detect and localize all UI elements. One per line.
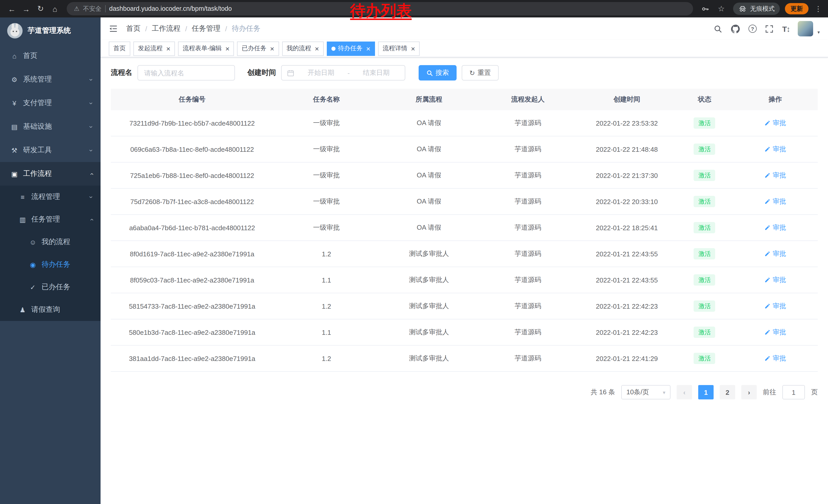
edit-icon: [764, 198, 771, 204]
next-page-button[interactable]: ›: [741, 385, 757, 400]
process-name-input[interactable]: [137, 65, 235, 81]
approve-link[interactable]: 审批: [764, 223, 786, 232]
sidebar-item-payment[interactable]: ¥支付管理›: [0, 91, 100, 115]
sidebar-item-todo-task[interactable]: ◉待办任务: [0, 253, 100, 276]
cell-created: 2022-01-21 22:42:23: [577, 319, 676, 345]
sidebar-item-label: 任务管理: [31, 215, 85, 224]
page-button[interactable]: 1: [698, 385, 714, 400]
reset-button[interactable]: ↻ 重置: [462, 65, 499, 81]
forward-icon[interactable]: →: [19, 2, 33, 15]
tab-item-6[interactable]: 流程详情×: [378, 41, 420, 56]
approve-link[interactable]: 审批: [764, 171, 786, 180]
cell-id: 58154733-7ac8-11ec-a9e2-a2380e71991a: [111, 293, 274, 319]
bookmark-star-icon[interactable]: ☆: [715, 2, 728, 15]
key-icon[interactable]: [700, 4, 709, 13]
edit-icon: [764, 225, 771, 231]
cell-action: 审批: [733, 136, 818, 162]
cell-id: 73211d9d-7b9b-11ec-b5b7-acde48001122: [111, 110, 274, 136]
page-button[interactable]: 2: [720, 385, 735, 400]
back-icon[interactable]: ←: [5, 2, 18, 15]
approve-link[interactable]: 审批: [764, 145, 786, 154]
tab-item-5[interactable]: 待办任务×: [327, 41, 375, 56]
sidebar-item-process-mgmt[interactable]: ≡流程管理›: [0, 186, 100, 208]
help-icon[interactable]: ?: [748, 25, 757, 33]
breadcrumb: 首页/工作流程/任务管理/待办任务: [126, 24, 260, 33]
cell-status: 激活: [676, 241, 733, 267]
cell-process: 测试多审批人: [379, 319, 479, 345]
cell-action: 审批: [733, 188, 818, 215]
approve-link[interactable]: 审批: [764, 354, 786, 363]
close-icon[interactable]: ×: [411, 45, 415, 52]
close-icon[interactable]: ×: [366, 45, 370, 52]
reload-icon[interactable]: ↻: [34, 2, 47, 15]
tab-label: 流程详情: [383, 44, 407, 53]
sidebar-item-infrastructure[interactable]: ▤基础设施›: [0, 115, 100, 138]
approve-link[interactable]: 审批: [764, 119, 786, 128]
cell-process: OA 请假: [379, 188, 479, 215]
font-size-icon[interactable]: T↕: [782, 25, 790, 33]
prev-page-button[interactable]: ‹: [677, 385, 692, 400]
security-label: 不安全: [83, 4, 101, 13]
sidebar-item-task-mgmt[interactable]: ▥任务管理›: [0, 208, 100, 231]
end-date-placeholder: 结束日期: [353, 68, 400, 78]
cell-id: 725a1eb6-7b88-11ec-8ef0-acde48001122: [111, 162, 274, 188]
breadcrumb-item[interactable]: 首页: [126, 24, 140, 33]
sidebar-item-my-process[interactable]: ☺我的流程: [0, 231, 100, 253]
close-icon[interactable]: ×: [270, 45, 274, 52]
tab-item-1[interactable]: 发起流程×: [133, 41, 175, 56]
breadcrumb-item[interactable]: 工作流程: [152, 24, 180, 33]
approve-link[interactable]: 审批: [764, 302, 786, 311]
approve-link[interactable]: 审批: [764, 275, 786, 284]
approve-link[interactable]: 审批: [764, 249, 786, 259]
close-icon[interactable]: ×: [225, 45, 229, 52]
app-frame: 芋道管理系统 ⌂首页⚙系统管理›¥支付管理›▤基础设施›⚒研发工具›▣工作流程›…: [0, 17, 828, 504]
table-row: 8f0d1619-7ac8-11ec-a9e2-a2380e71991a1.2测…: [111, 241, 818, 267]
cell-initiator: 芋道源码: [479, 345, 577, 371]
process-icon: ≡: [18, 193, 27, 201]
sidebar-item-system[interactable]: ⚙系统管理›: [0, 68, 100, 91]
table-row: 8f059c03-7ac8-11ec-a9e2-a2380e71991a1.1测…: [111, 267, 818, 293]
approve-label: 审批: [773, 328, 786, 337]
update-button[interactable]: 更新: [785, 3, 809, 14]
sidebar-toggle-icon[interactable]: [109, 24, 118, 33]
sidebar-item-devtools[interactable]: ⚒研发工具›: [0, 138, 100, 162]
sidebar-item-workflow[interactable]: ▣工作流程›: [0, 162, 100, 186]
close-icon[interactable]: ×: [315, 45, 319, 52]
yen-icon: ¥: [10, 99, 18, 107]
tab-item-0[interactable]: 首页: [109, 41, 130, 56]
browser-menu-kebab-icon[interactable]: ⋮: [814, 5, 823, 13]
cell-created: 2022-01-21 22:43:55: [577, 267, 676, 293]
github-icon[interactable]: [731, 24, 740, 33]
avatar-caret-icon[interactable]: ▾: [818, 30, 820, 36]
app-logo-row[interactable]: 芋道管理系统: [0, 17, 100, 44]
avatar[interactable]: [798, 21, 813, 36]
approve-link[interactable]: 审批: [764, 197, 786, 206]
sidebar-item-leave-query[interactable]: ♟请假查询: [0, 299, 100, 321]
search-icon[interactable]: [714, 24, 723, 33]
date-range-picker[interactable]: 开始日期 - 结束日期: [281, 65, 405, 81]
gear-icon: ⚙: [10, 76, 18, 83]
tab-item-2[interactable]: 流程表单-编辑×: [178, 41, 234, 56]
cell-action: 审批: [733, 293, 818, 319]
fullscreen-icon[interactable]: [765, 24, 774, 33]
cell-name: 一级审批: [274, 188, 379, 215]
sidebar-item-home[interactable]: ⌂首页: [0, 44, 100, 68]
breadcrumb-item[interactable]: 任务管理: [192, 24, 220, 33]
close-icon[interactable]: ×: [166, 45, 170, 52]
goto-page-input[interactable]: [782, 385, 805, 400]
home-icon[interactable]: ⌂: [48, 2, 61, 15]
process-name-label: 流程名: [111, 68, 132, 78]
cell-process: OA 请假: [379, 136, 479, 162]
search-button[interactable]: 搜索: [419, 65, 457, 81]
breadcrumb-separator: /: [185, 25, 187, 33]
sidebar-item-done-task[interactable]: ✓已办任务: [0, 276, 100, 299]
status-badge: 激活: [694, 222, 715, 234]
column-header: 创建时间: [577, 89, 676, 110]
tab-item-4[interactable]: 我的流程×: [282, 41, 324, 56]
page-size-select[interactable]: 10条/页 ▾: [621, 385, 670, 400]
tab-item-3[interactable]: 已办任务×: [237, 41, 279, 56]
filter-row: 流程名 创建时间 开始日期 - 结束日期 搜索 ↻: [111, 65, 818, 81]
active-dot-icon: [331, 46, 335, 50]
dashboard-icon: ⌂: [10, 52, 18, 60]
approve-link[interactable]: 审批: [764, 328, 786, 337]
